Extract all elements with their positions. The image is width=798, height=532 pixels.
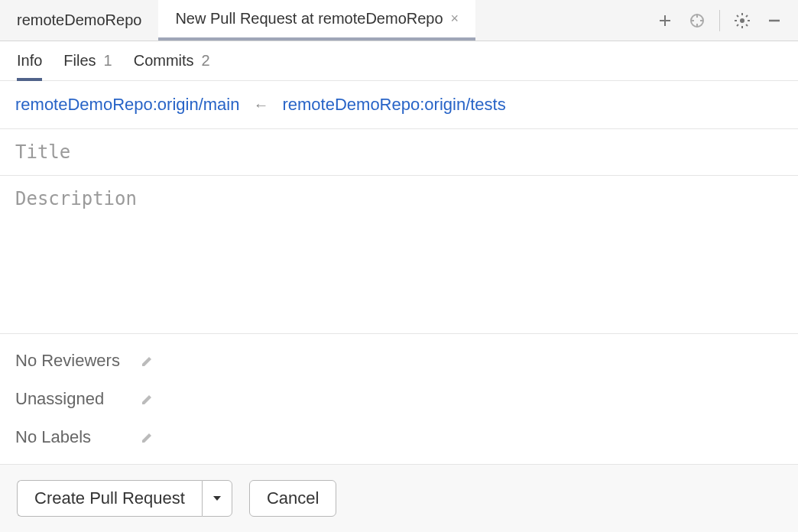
- sub-tabs: Info Files 1 Commits 2: [0, 41, 798, 81]
- plus-icon[interactable]: [655, 11, 675, 31]
- description-field: [0, 176, 798, 334]
- tab-label: remoteDemoRepo: [17, 11, 141, 29]
- pencil-icon[interactable]: [141, 354, 154, 368]
- sub-tab-files[interactable]: Files 1: [63, 52, 112, 80]
- description-input[interactable]: [15, 188, 783, 321]
- assignee-row: Unassigned: [0, 380, 798, 418]
- minimize-icon[interactable]: [764, 11, 784, 31]
- divider: [719, 10, 720, 31]
- create-pull-request-button[interactable]: Create Pull Request: [17, 480, 202, 517]
- title-field: [0, 129, 798, 176]
- assignee-label: Unassigned: [15, 389, 130, 409]
- tabs-bar: remoteDemoRepo New Pull Request at remot…: [0, 0, 798, 41]
- sub-tab-label: Info: [17, 52, 42, 70]
- pencil-icon[interactable]: [141, 392, 154, 406]
- tab-remote-demo-repo[interactable]: remoteDemoRepo: [0, 0, 158, 41]
- reviewers-label: No Reviewers: [15, 351, 130, 371]
- sub-tab-label: Commits: [134, 52, 194, 70]
- target-icon[interactable]: [687, 11, 707, 31]
- tab-label: New Pull Request at remoteDemoRepo: [175, 10, 443, 28]
- create-button-group: Create Pull Request: [17, 480, 232, 517]
- create-dropdown-button[interactable]: [202, 480, 232, 517]
- pencil-icon[interactable]: [141, 430, 154, 444]
- arrow-left-icon: ←: [253, 96, 268, 114]
- target-branch[interactable]: remoteDemoRepo:origin/main: [15, 95, 239, 115]
- footer: Create Pull Request Cancel: [0, 465, 798, 532]
- sub-tab-count: 2: [202, 52, 210, 70]
- close-icon[interactable]: ×: [451, 11, 459, 27]
- sub-tab-commits[interactable]: Commits 2: [134, 52, 210, 80]
- labels-label: No Labels: [15, 427, 130, 447]
- sub-tab-count: 1: [104, 52, 112, 70]
- gear-icon[interactable]: [732, 11, 752, 31]
- svg-point-1: [740, 18, 744, 23]
- tab-actions: [655, 0, 798, 41]
- source-branch[interactable]: remoteDemoRepo:origin/tests: [282, 95, 505, 115]
- meta-block: No Reviewers Unassigned No Labels: [0, 334, 798, 465]
- sub-tab-label: Files: [63, 52, 96, 70]
- reviewers-row: No Reviewers: [0, 342, 798, 380]
- branch-row: remoteDemoRepo:origin/main ← remoteDemoR…: [0, 81, 798, 129]
- labels-row: No Labels: [0, 418, 798, 456]
- title-input[interactable]: [15, 141, 783, 163]
- tab-new-pull-request[interactable]: New Pull Request at remoteDemoRepo ×: [158, 0, 475, 41]
- cancel-button[interactable]: Cancel: [249, 480, 336, 517]
- sub-tab-info[interactable]: Info: [17, 52, 42, 80]
